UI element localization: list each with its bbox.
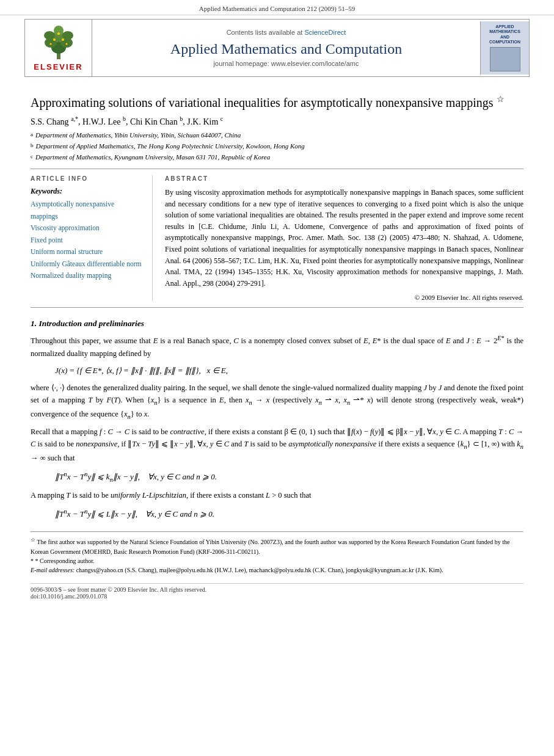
keywords-list: Asymptotically nonexpansive mappings Vis… [31,198,143,282]
header-divider [31,169,523,169]
sciencedirect-line: Contents lists available at ScienceDirec… [227,29,346,36]
page: Applied Mathematics and Computation 212 … [0,0,554,756]
footnote-star-text: The first author was supported by the Na… [31,539,510,555]
svg-point-11 [49,43,51,45]
formula1: J(x) = {f ∈ E*, ⟨x, f⟩ = ‖x‖ · ‖f‖, ‖x‖ … [55,366,499,376]
journal-header: ELSEVIER Contents lists available at Sci… [24,19,530,77]
email-addresses: changss@yahoo.cn (S.S. Chang), majlee@po… [76,567,443,573]
authors-line: S.S. Chang a,*, H.W.J. Lee b, Chi Kin Ch… [31,115,523,127]
abstract-text: By using viscosity approximation methods… [165,187,523,289]
sciencedirect-label: Contents lists available at [227,29,303,36]
affil-b: bDepartment of Applied Mathematics, The … [31,141,523,152]
thumb-title-text: APPLIED MATHEMATICS AND COMPUTATION [489,24,520,45]
star-icon: ☆ [497,95,505,104]
abstract-label: ABSTRACT [165,175,523,182]
journal-thumbnail: APPLIED MATHEMATICS AND COMPUTATION [480,21,529,75]
svg-point-10 [57,32,60,35]
formula2: ‖Tnx − Tny‖ ⩽ kn‖x − y‖, ∀x, y ∈ C and n… [55,470,499,483]
journal-citation: Applied Mathematics and Computation 212 … [0,0,554,15]
title-text: Approximating solutions of variational i… [31,96,494,109]
keyword-3[interactable]: Uniform normal structure [31,246,143,258]
section1-heading: 1. Introduction and preliminaries [31,319,523,329]
article-info-label: ARTICLE INFO [31,175,143,182]
article-info-abstract: ARTICLE INFO Keywords: Asymptotically no… [31,175,523,301]
affiliations: aDepartment of Mathematics, Yibin Univer… [31,130,523,162]
email-label: E-mail addresses: [31,567,75,573]
keywords-label: Keywords: [31,187,143,196]
article-title: Approximating solutions of variational i… [31,94,523,111]
keyword-4[interactable]: Uniformly Gâteaux differentiable norm [31,258,143,271]
keyword-0[interactable]: Asymptotically nonexpansive mappings [31,198,143,222]
keyword-1[interactable]: Viscosity approximation [31,222,143,234]
section1-para3: Recall that a mapping f : C → C is said … [31,426,523,464]
svg-point-5 [44,31,55,40]
section1-para1: Throughout this paper, we assume that E … [31,333,523,359]
formula3: ‖Tnx − Tny‖ ⩽ L‖x − y‖, ∀x, y ∈ C and n … [55,507,499,519]
sciencedirect-link[interactable]: ScienceDirect [304,29,346,36]
footnote-emails: E-mail addresses: changss@yahoo.cn (S.S.… [31,565,523,575]
keyword-5[interactable]: Normalized duality mapping [31,270,143,282]
footnote-star-note: ☆ The first author was supported by the … [31,536,523,556]
footer-issn: 0096-3003/$ – see front matter © 2009 El… [31,586,523,593]
copyright-text: © 2009 Elsevier Inc. All rights reserved… [165,294,523,301]
svg-point-8 [53,38,56,41]
journal-homepage: journal homepage: www.elsevier.com/locat… [214,60,359,67]
keyword-2[interactable]: Fixed point [31,234,143,247]
affil-c: cDepartment of Mathematics, Kyungnam Uni… [31,152,523,163]
article-body: Approximating solutions of variational i… [0,77,554,612]
footnote-divider [31,531,523,532]
section1-para2: where ⟨·, ·⟩ denotes the generalized dua… [31,382,523,422]
abstract-column: ABSTRACT By using viscosity approximatio… [165,175,523,301]
footer: 0096-3003/$ – see front matter © 2009 El… [31,583,523,600]
citation-text: Applied Mathematics and Computation 212 … [199,5,355,12]
svg-point-9 [62,38,64,41]
elsevier-logo: ELSEVIER [25,20,92,76]
affil-a-text: Department of Mathematics, Yibin Univers… [35,130,241,141]
journal-main-title: Applied Mathematics and Computation [170,41,402,57]
corresponding-text: * Corresponding author. [35,558,95,564]
elsevier-wordmark: ELSEVIER [34,62,82,71]
affil-b-text: Department of Applied Mathematics, The H… [36,141,305,152]
journal-title-area: Contents lists available at ScienceDirec… [92,23,480,73]
section1-para4: A mapping T is said to be uniformly L-Li… [31,489,523,501]
svg-point-6 [62,31,73,40]
affil-a: aDepartment of Mathematics, Yibin Univer… [31,130,523,141]
affil-c-text: Department of Mathematics, Kyungnam Univ… [35,152,270,163]
body-divider [31,307,523,308]
svg-point-12 [65,43,67,45]
article-info-column: ARTICLE INFO Keywords: Asymptotically no… [31,175,153,301]
footer-doi: doi:10.1016/j.amc.2009.01.078 [31,593,523,600]
elsevier-tree-icon [37,24,80,61]
footnote-corresponding: * * Corresponding author. [31,556,523,565]
